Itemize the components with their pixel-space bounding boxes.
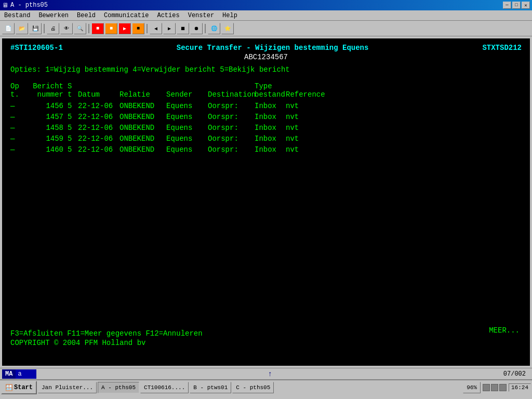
menu-bar: Bestand Bewerken Beeld Communicatie Acti… <box>0 10 532 21</box>
row-s: 5 <box>68 134 78 144</box>
col-num-header: nummer <box>26 90 68 99</box>
taskbar-time: 16:24 <box>509 383 531 392</box>
maximize-button[interactable]: □ <box>512 2 521 9</box>
toolbar-btn-1[interactable]: 📄 <box>2 23 15 34</box>
row-relatie: ONBEKEND <box>119 112 166 123</box>
row-op: — <box>10 123 26 134</box>
toolbar-btn-6[interactable]: 🔍 <box>74 23 86 34</box>
col-s-header: S <box>68 82 78 90</box>
status-bar: MA a ↑ 07/002 <box>0 368 532 379</box>
start-label: Start <box>14 384 33 391</box>
meer-text: MEER... <box>489 326 520 335</box>
close-button[interactable]: ✕ <box>522 2 530 9</box>
status-arrow: ↑ <box>268 370 272 378</box>
toolbar-btn-5[interactable]: 👁 <box>60 23 73 34</box>
row-sender: Equens <box>166 134 208 144</box>
row-type: Inbox <box>255 123 286 134</box>
row-s: 5 <box>68 101 78 112</box>
taskbar-btn-ptws01[interactable]: B - ptws01 <box>190 382 231 393</box>
options-line: Opties: 1=Wijzig bestemming 4=Verwijder … <box>10 65 522 74</box>
taskbar-btn-cpths05[interactable]: C - pths05 <box>232 382 274 393</box>
taskbar-btn-ct100616[interactable]: CT100616.... <box>140 382 189 393</box>
taskbar-btn-jan[interactable]: Jan Pluister... <box>38 382 97 393</box>
col-bericht-header: Bericht <box>26 82 68 90</box>
tray-icon-2 <box>491 384 498 391</box>
table-row[interactable]: — 1460 5 22-12-06 ONBEKEND Equens Oorspr… <box>10 144 522 155</box>
table-row[interactable]: — 1456 5 22-12-06 ONBEKEND Equens Oorspr… <box>10 101 522 112</box>
menu-acties[interactable]: Acties <box>155 12 181 19</box>
row-dest: Oorspr: <box>208 123 255 134</box>
toolbar-btn-10[interactable]: ■ <box>132 23 144 34</box>
menu-bewerken[interactable]: Bewerken <box>36 12 71 19</box>
minimize-button[interactable]: ─ <box>503 2 511 9</box>
col-bestand-header: bestand <box>255 90 286 99</box>
sys-tray <box>483 384 507 391</box>
title-bar: 🖥 A - pths05 ─ □ ✕ <box>0 0 532 10</box>
row-sender: Equens <box>166 112 208 123</box>
row-ref: nvt <box>286 101 327 112</box>
status-input[interactable]: a <box>16 369 36 379</box>
row-datum: 22-12-06 <box>78 112 119 123</box>
menu-bestand[interactable]: Bestand <box>2 12 32 19</box>
row-num: 1457 <box>26 112 68 123</box>
screen-header: #STI120605-1 Secure Transfer - Wijzigen … <box>10 44 522 52</box>
toolbar-sep-4 <box>205 24 206 33</box>
fkeys-line: F3=Afsluiten F11=Meer gegevens F12=Annul… <box>10 329 203 338</box>
row-sender: Equens <box>166 123 208 134</box>
screen-title: Secure Transfer - Wijzigen bestemming Eq… <box>177 44 369 52</box>
table-row[interactable]: — 1457 5 22-12-06 ONBEKEND Equens Oorspr… <box>10 112 522 123</box>
toolbar-btn-13[interactable]: ⏹ <box>177 23 189 34</box>
tray-icon-1 <box>483 384 490 391</box>
data-table: — 1456 5 22-12-06 ONBEKEND Equens Oorspr… <box>10 101 522 155</box>
col-datum-header: Datum <box>78 90 119 99</box>
row-num: 1456 <box>26 101 68 112</box>
toolbar-btn-14[interactable]: ⏺ <box>190 23 203 34</box>
row-num: 1459 <box>26 134 68 144</box>
col-header-row2: t. nummer t Datum Relatie Sender Destina… <box>10 90 522 99</box>
toolbar-sep-3 <box>147 24 148 33</box>
title-bar-buttons: ─ □ ✕ <box>503 2 530 9</box>
copyright-line: COPYRIGHT © 2004 PFM Holland bv <box>10 339 203 347</box>
toolbar-btn-4[interactable]: 🖨 <box>47 23 59 34</box>
taskbar: 🪟 Start Jan Pluister... A - pths05 CT100… <box>0 379 532 395</box>
table-row[interactable]: — 1458 5 22-12-06 ONBEKEND Equens Oorspr… <box>10 123 522 134</box>
toolbar-sep-2 <box>88 24 89 33</box>
window-title: A - pths05 <box>10 2 48 9</box>
toolbar-btn-2[interactable]: 📂 <box>16 23 28 34</box>
start-button[interactable]: 🪟 Start <box>1 381 37 394</box>
table-row[interactable]: — 1459 5 22-12-06 ONBEKEND Equens Oorspr… <box>10 134 522 144</box>
app-icon: 🖥 <box>2 2 8 9</box>
center-text: ABC1234567 <box>10 53 522 61</box>
mode-label: MA <box>2 369 16 379</box>
start-icon: 🪟 <box>5 384 13 392</box>
menu-venster[interactable]: Venster <box>186 12 216 19</box>
toolbar-btn-12[interactable]: ▶ <box>163 23 176 34</box>
row-dest: Oorspr: <box>208 101 255 112</box>
menu-communicatie[interactable]: Communicatie <box>102 12 151 19</box>
row-ref: nvt <box>286 134 327 144</box>
col-type-header: Type <box>255 82 286 90</box>
toolbar-btn-11[interactable]: ◀ <box>150 23 162 34</box>
toolbar-btn-9[interactable]: ▶ <box>118 23 131 34</box>
row-s: 5 <box>68 144 78 155</box>
taskbar-btn-pths05[interactable]: A - pths05 <box>98 382 139 393</box>
col-op-header: Op <box>10 82 26 90</box>
toolbar-btn-3[interactable]: 💾 <box>29 23 42 34</box>
toolbar-btn-16[interactable]: ⭐ <box>221 23 234 34</box>
row-type: Inbox <box>255 101 286 112</box>
row-num: 1458 <box>26 123 68 134</box>
toolbar-btn-7[interactable]: ■ <box>91 23 104 34</box>
row-datum: 22-12-06 <box>78 101 119 112</box>
row-type: Inbox <box>255 134 286 144</box>
toolbar-btn-15[interactable]: 🌐 <box>208 23 220 34</box>
title-bar-left: 🖥 A - pths05 <box>2 2 48 9</box>
toolbar-btn-8[interactable]: ■ <box>105 23 117 34</box>
taskbar-right: 96% 16:24 <box>463 382 531 393</box>
row-relatie: ONBEKEND <box>119 101 166 112</box>
menu-help[interactable]: Help <box>220 12 240 19</box>
toolbar: 📄 📂 💾 🖨 👁 🔍 ■ ■ ▶ ■ ◀ ▶ ⏹ ⏺ 🌐 ⭐ <box>0 21 532 36</box>
row-sender: Equens <box>166 101 208 112</box>
menu-beeld[interactable]: Beeld <box>75 12 98 19</box>
row-sender: Equens <box>166 144 208 155</box>
row-op: — <box>10 134 26 144</box>
